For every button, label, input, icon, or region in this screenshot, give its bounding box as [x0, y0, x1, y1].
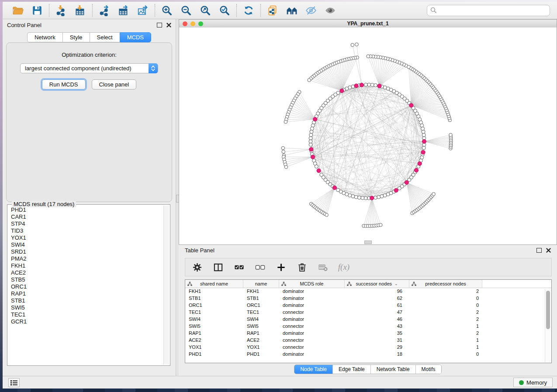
- graph-node[interactable]: [420, 156, 424, 159]
- mcds-result-item[interactable]: SWI4: [11, 241, 163, 248]
- clone-network-button[interactable]: [266, 4, 279, 17]
- mcds-list-scrollbar[interactable]: [163, 206, 169, 364]
- graph-hub-node[interactable]: [418, 162, 422, 165]
- graph-leaf-node[interactable]: [282, 150, 285, 154]
- graph-hub-node[interactable]: [414, 168, 418, 172]
- column-header-successor-nodes[interactable]: successor nodes⌄: [345, 280, 409, 288]
- table-scrollbar[interactable]: [545, 289, 551, 362]
- import-network-button[interactable]: [55, 4, 67, 17]
- graph-hub-node[interactable]: [340, 89, 344, 93]
- close-panel-button[interactable]: Close panel: [92, 79, 137, 89]
- zoom-in-button[interactable]: [161, 4, 173, 17]
- zoom-out-button[interactable]: [180, 4, 192, 17]
- mcds-result-item[interactable]: STB1: [11, 297, 163, 304]
- mcds-result-item[interactable]: TEC1: [11, 311, 163, 318]
- run-mcds-button[interactable]: Run MCDS: [42, 79, 86, 89]
- graph-hub-node[interactable]: [377, 84, 381, 88]
- window-minimize-traffic-light[interactable]: [190, 21, 195, 26]
- graph-node[interactable]: [348, 194, 352, 197]
- graph-leaf-node[interactable]: [449, 133, 453, 137]
- graph-node[interactable]: [374, 83, 377, 87]
- graph-node[interactable]: [311, 124, 315, 127]
- tab-select[interactable]: Select: [90, 32, 120, 42]
- mcds-result-item[interactable]: GCR1: [11, 318, 163, 325]
- graph-node[interactable]: [354, 195, 358, 199]
- graph-node[interactable]: [422, 146, 426, 150]
- zoom-fit-button[interactable]: [199, 4, 211, 17]
- table-row[interactable]: ORC1ORC1dominator610: [185, 302, 551, 309]
- table-row[interactable]: SWI5SWI5connector431: [185, 323, 551, 330]
- graph-leaf-node[interactable]: [325, 213, 329, 217]
- tab-style[interactable]: Style: [62, 32, 90, 42]
- window-close-traffic-light[interactable]: [183, 21, 187, 26]
- window-zoom-traffic-light[interactable]: [198, 21, 203, 26]
- add-button[interactable]: [275, 261, 287, 273]
- tab-mcds[interactable]: MCDS: [120, 32, 151, 42]
- zoom-selected-button[interactable]: [218, 4, 231, 17]
- graph-node[interactable]: [422, 133, 426, 137]
- column-header-shared-name[interactable]: shared name: [185, 280, 243, 288]
- settings-button[interactable]: [191, 261, 203, 273]
- column-header-predecessor-nodes[interactable]: predecessor nodes: [409, 280, 482, 288]
- delete-button[interactable]: [296, 261, 308, 273]
- table-row[interactable]: STB1STB1dominator620: [185, 295, 551, 302]
- graph-node[interactable]: [309, 140, 312, 143]
- graph-node[interactable]: [370, 83, 374, 87]
- mcds-result-item[interactable]: SRD1: [11, 248, 163, 255]
- mcds-result-item[interactable]: CAR1: [11, 213, 163, 220]
- graph-node[interactable]: [310, 130, 313, 134]
- graph-hub-node[interactable]: [421, 150, 425, 154]
- network-graph[interactable]: [179, 28, 557, 244]
- graph-leaf-node[interactable]: [367, 55, 370, 58]
- close-table-panel-icon[interactable]: [546, 248, 551, 253]
- export-network-button[interactable]: [98, 4, 111, 17]
- memory-button[interactable]: Memory: [513, 378, 553, 387]
- graph-leaf-node[interactable]: [407, 65, 411, 69]
- network-titlebar[interactable]: YPA_prune.txt_1: [179, 20, 557, 28]
- graph-node[interactable]: [364, 83, 367, 86]
- split-view-button[interactable]: [212, 261, 224, 273]
- graph-node[interactable]: [377, 195, 381, 199]
- table-row[interactable]: TEC1TEC1connector472: [185, 309, 551, 316]
- task-history-button[interactable]: [8, 378, 20, 387]
- close-panel-icon[interactable]: [166, 23, 171, 28]
- criterion-select[interactable]: largest connected component (undirected): [20, 63, 158, 73]
- deselect-all-button[interactable]: [254, 261, 266, 273]
- graph-node[interactable]: [315, 165, 318, 168]
- refresh-button[interactable]: [242, 4, 255, 17]
- graph-node[interactable]: [383, 86, 387, 89]
- graph-leaf-node[interactable]: [284, 120, 287, 124]
- tab-network[interactable]: Network: [27, 32, 62, 42]
- tab-node-table[interactable]: Node Table: [294, 365, 333, 374]
- mcds-result-item[interactable]: ORC1: [11, 283, 163, 290]
- graph-hub-node[interactable]: [313, 117, 317, 121]
- open-button[interactable]: [12, 4, 24, 17]
- mcds-result-item[interactable]: STP4: [11, 220, 163, 227]
- table-row[interactable]: RAP1RAP1dominator352: [185, 330, 551, 337]
- graph-node[interactable]: [361, 196, 364, 200]
- table-row[interactable]: YOX1YOX1connector291: [185, 344, 551, 351]
- float-table-panel-icon[interactable]: [536, 248, 542, 253]
- mcds-result-item[interactable]: YOX1: [11, 234, 163, 241]
- show-all-button[interactable]: [324, 4, 336, 17]
- network-canvas[interactable]: [179, 28, 557, 244]
- graph-node[interactable]: [309, 137, 312, 140]
- graph-leaf-node[interactable]: [308, 79, 311, 82]
- graph-leaf-node[interactable]: [281, 146, 285, 150]
- table-row[interactable]: PHD1PHD1dominator180: [185, 351, 551, 358]
- import-table-button[interactable]: [74, 4, 86, 17]
- graph-node[interactable]: [309, 143, 312, 146]
- mcds-result-item[interactable]: PHD1: [11, 206, 163, 213]
- graph-hub-node[interactable]: [309, 148, 313, 151]
- graph-hub-node[interactable]: [370, 196, 374, 200]
- graph-hub-node[interactable]: [360, 83, 363, 87]
- hide-selected-button[interactable]: [305, 4, 317, 17]
- graph-hub-node[interactable]: [409, 103, 413, 107]
- export-table-button[interactable]: [118, 4, 130, 17]
- table-row[interactable]: ACE2ACE2connector311: [185, 337, 551, 344]
- tab-network-table[interactable]: Network Table: [371, 365, 416, 374]
- graph-hub-node[interactable]: [394, 189, 398, 193]
- graph-node[interactable]: [351, 195, 355, 198]
- graph-hub-node[interactable]: [405, 180, 408, 184]
- mcds-result-item[interactable]: SWI5: [11, 304, 163, 311]
